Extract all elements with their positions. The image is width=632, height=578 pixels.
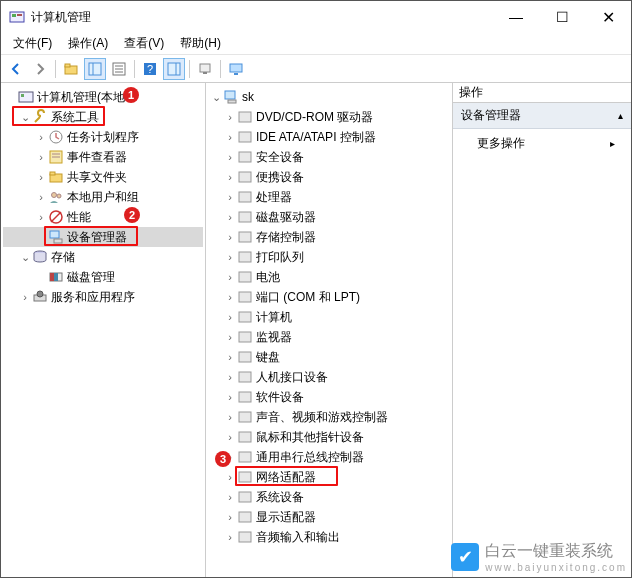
toolbar-view2-button[interactable] — [163, 58, 185, 80]
tree-toggle-icon[interactable]: › — [224, 311, 236, 323]
device-tree-item[interactable]: ›便携设备 — [208, 167, 450, 187]
device-tree-item[interactable]: ›处理器 — [208, 187, 450, 207]
actions-header: 操作 — [453, 83, 631, 103]
tree-toggle-icon[interactable]: › — [224, 411, 236, 423]
device-tree-item[interactable]: ›安全设备 — [208, 147, 450, 167]
minimize-button[interactable]: — — [493, 1, 539, 33]
tree-toggle-icon[interactable]: › — [35, 131, 47, 143]
left-tree-item[interactable]: ⌄存储 — [3, 247, 203, 267]
monitor-icon — [237, 329, 253, 345]
toolbar-panes-button[interactable] — [84, 58, 106, 80]
tree-toggle-icon[interactable]: › — [224, 491, 236, 503]
tree-toggle-icon[interactable]: › — [224, 471, 236, 483]
maximize-button[interactable]: ☐ — [539, 1, 585, 33]
back-button[interactable] — [5, 58, 27, 80]
toolbar-device-button[interactable] — [194, 58, 216, 80]
device-tree-item[interactable]: ›打印队列 — [208, 247, 450, 267]
tree-toggle-icon[interactable]: ⌄ — [19, 251, 31, 264]
menu-help[interactable]: 帮助(H) — [172, 33, 229, 54]
toolbar-monitor-button[interactable] — [225, 58, 247, 80]
actions-more[interactable]: 更多操作 ▸ — [453, 129, 631, 158]
svg-rect-16 — [203, 72, 207, 74]
tree-item-label: 电池 — [256, 269, 280, 286]
device-tree-item[interactable]: ›音频输入和输出 — [208, 527, 450, 547]
tree-toggle-icon[interactable]: › — [19, 291, 31, 303]
device-tree-item[interactable]: ›电池 — [208, 267, 450, 287]
device-tree-item[interactable]: ›人机接口设备 — [208, 367, 450, 387]
device-tree-item[interactable]: ›键盘 — [208, 347, 450, 367]
toolbar-help-button[interactable]: ? — [139, 58, 161, 80]
close-button[interactable]: ✕ — [585, 1, 631, 33]
left-tree-item[interactable]: ›性能 — [3, 207, 203, 227]
toolbar-list-button[interactable] — [108, 58, 130, 80]
tree-toggle-icon[interactable]: ⌄ — [19, 111, 31, 124]
main-area: 计算机管理(本地⌄系统工具›任务计划程序›事件查看器›共享文件夹›本地用户和组›… — [1, 83, 631, 577]
tree-toggle-icon[interactable]: › — [224, 131, 236, 143]
device-tree-item[interactable]: ›网络适配器 — [208, 467, 450, 487]
svg-rect-2 — [17, 14, 22, 16]
tree-toggle-icon[interactable]: › — [224, 211, 236, 223]
device-tree-item[interactable]: ›通用串行总线控制器 — [208, 447, 450, 467]
tree-toggle-icon[interactable]: › — [224, 231, 236, 243]
svg-rect-41 — [239, 112, 251, 122]
device-tree[interactable]: ⌄sk›DVD/CD-ROM 驱动器›IDE ATA/ATAPI 控制器›安全设… — [206, 83, 452, 551]
device-tree-item[interactable]: ›软件设备 — [208, 387, 450, 407]
collapse-icon: ▴ — [618, 110, 623, 121]
tree-toggle-icon[interactable]: › — [224, 171, 236, 183]
tree-toggle-icon[interactable]: › — [35, 211, 47, 223]
menu-action[interactable]: 操作(A) — [60, 33, 116, 54]
tree-toggle-icon[interactable]: ⌄ — [210, 91, 222, 104]
computer-cat-icon — [237, 309, 253, 325]
device-tree-item[interactable]: ›声音、视频和游戏控制器 — [208, 407, 450, 427]
actions-group-label: 设备管理器 — [461, 107, 521, 124]
tree-toggle-icon[interactable]: › — [224, 391, 236, 403]
menu-view[interactable]: 查看(V) — [116, 33, 172, 54]
device-tree-item[interactable]: ›DVD/CD-ROM 驱动器 — [208, 107, 450, 127]
tree-toggle-icon[interactable]: › — [224, 331, 236, 343]
device-tree-item[interactable]: ›显示适配器 — [208, 507, 450, 527]
tree-toggle-icon[interactable]: › — [224, 531, 236, 543]
tree-toggle-icon[interactable]: › — [224, 291, 236, 303]
svg-rect-36 — [54, 273, 58, 281]
forward-button[interactable] — [29, 58, 51, 80]
left-tree-item[interactable]: ⌄系统工具 — [3, 107, 203, 127]
device-tree-item[interactable]: ›计算机 — [208, 307, 450, 327]
device-tree-item[interactable]: ›存储控制器 — [208, 227, 450, 247]
tree-toggle-icon[interactable]: › — [35, 171, 47, 183]
left-tree-item[interactable]: ›本地用户和组 — [3, 187, 203, 207]
tree-toggle-icon[interactable]: › — [224, 431, 236, 443]
device-tree-item[interactable]: ›端口 (COM 和 LPT) — [208, 287, 450, 307]
left-tree-item[interactable]: 磁盘管理 — [3, 267, 203, 287]
left-tree-item[interactable]: 设备管理器 — [3, 227, 203, 247]
tree-toggle-icon[interactable]: › — [224, 111, 236, 123]
left-tree-item[interactable]: 计算机管理(本地 — [3, 87, 203, 107]
computer-mgmt-icon — [18, 89, 34, 105]
tree-toggle-icon[interactable]: › — [35, 151, 47, 163]
device-tree-item[interactable]: ›系统设备 — [208, 487, 450, 507]
portable-icon — [237, 169, 253, 185]
tree-toggle-icon[interactable]: › — [224, 351, 236, 363]
device-tree-item[interactable]: ›磁盘驱动器 — [208, 207, 450, 227]
tree-toggle-icon[interactable]: › — [224, 511, 236, 523]
device-tree-item[interactable]: ›监视器 — [208, 327, 450, 347]
tree-toggle-icon[interactable]: › — [224, 271, 236, 283]
device-tree-item[interactable]: ›IDE ATA/ATAPI 控制器 — [208, 127, 450, 147]
left-tree[interactable]: 计算机管理(本地⌄系统工具›任务计划程序›事件查看器›共享文件夹›本地用户和组›… — [1, 83, 205, 311]
left-tree-item[interactable]: ›任务计划程序 — [3, 127, 203, 147]
tree-toggle-icon[interactable]: › — [224, 371, 236, 383]
tree-toggle-icon[interactable]: › — [224, 251, 236, 263]
menu-file[interactable]: 文件(F) — [5, 33, 60, 54]
device-tree-root[interactable]: ⌄sk — [208, 87, 450, 107]
left-tree-item[interactable]: ›事件查看器 — [3, 147, 203, 167]
svg-rect-48 — [239, 252, 251, 262]
left-tree-item[interactable]: ›共享文件夹 — [3, 167, 203, 187]
left-tree-item[interactable]: ›服务和应用程序 — [3, 287, 203, 307]
actions-group-title[interactable]: 设备管理器 ▴ — [453, 103, 631, 129]
svg-rect-4 — [65, 64, 70, 67]
tree-toggle-icon[interactable]: › — [224, 451, 236, 463]
tree-toggle-icon[interactable]: › — [224, 191, 236, 203]
tree-toggle-icon[interactable]: › — [224, 151, 236, 163]
device-tree-item[interactable]: ›鼠标和其他指针设备 — [208, 427, 450, 447]
tree-toggle-icon[interactable]: › — [35, 191, 47, 203]
toolbar-folder-button[interactable] — [60, 58, 82, 80]
